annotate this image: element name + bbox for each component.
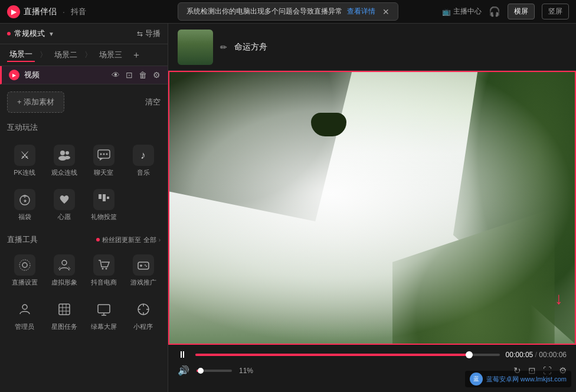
interaction-chat[interactable]: 聊天室	[86, 141, 121, 181]
volume-icon[interactable]: 🔊	[178, 365, 189, 376]
notification-link[interactable]: 查看详情	[347, 6, 375, 17]
volume-pct: 11%	[239, 367, 253, 375]
guide-icon: ⇆	[137, 30, 143, 38]
scene-item-3[interactable]: 场景三	[97, 48, 125, 61]
interaction-title: 互动玩法	[7, 120, 161, 135]
top-bar-right: 📺 主播中心 🎧 横屏 竖屏	[442, 4, 569, 19]
svg-point-21	[22, 305, 27, 309]
volume-thumb[interactable]	[198, 368, 204, 374]
progress-filled	[195, 354, 469, 356]
video-scene	[169, 72, 575, 344]
fans-all-btn[interactable]: 全部	[143, 236, 156, 244]
manager-greenscreen[interactable]: 绿幕大屏	[86, 295, 121, 335]
interaction-audience[interactable]: 观众连线	[47, 141, 81, 181]
top-bar: ▶ 直播伴侣 · 抖音 系统检测出你的电脑出现多个问题会导致直播异常 查看详情 …	[0, 0, 576, 24]
live-tools-title: 直播工具	[7, 234, 38, 245]
headphone-icon[interactable]: 🎧	[489, 6, 500, 17]
interaction-pk[interactable]: ⚔ PK连线	[7, 141, 42, 181]
notification-text: 系统检测出你的电脑出现多个问题会导致直播异常	[186, 6, 342, 17]
svg-point-7	[106, 153, 107, 155]
tool-virtual-avatar[interactable]: 虚拟形象	[47, 251, 81, 290]
music-label: 音乐	[137, 168, 150, 177]
pause-btn[interactable]: ⏸	[178, 349, 189, 360]
admin-icon	[14, 299, 35, 320]
wish-icon	[54, 189, 75, 210]
close-icon[interactable]: ✕	[382, 7, 390, 17]
sidebar: 常规模式 ▼ ⇆ 导播 场景一 〉 场景二 〉 场景三 ＋ ▶ 视频 👁 ⊡ 🗑	[0, 24, 168, 392]
thumbnail-image	[178, 30, 213, 65]
wish-label: 心愿	[58, 213, 71, 221]
manager-miniapp[interactable]: 小程序	[126, 295, 161, 335]
red-arrow-indicator: ↓	[555, 289, 563, 308]
svg-rect-11	[103, 194, 106, 201]
notification-bar: 系统检测出你的电脑出现多个问题会导致直播异常 查看详情 ✕	[178, 2, 398, 21]
broadcast-center-btn[interactable]: 📺 主播中心	[442, 6, 482, 17]
tool-ecommerce[interactable]: 抖音电商	[86, 251, 121, 290]
track-label: 视频	[24, 70, 107, 80]
manager-star-task[interactable]: 星图任务	[47, 295, 81, 335]
scene-item-2[interactable]: 场景二	[52, 48, 80, 61]
tool-game-promo[interactable]: 游戏推广	[126, 251, 161, 290]
track-eye-icon[interactable]: 👁	[112, 70, 120, 80]
fans-update: 粉丝团更新至 全部 ›	[96, 236, 161, 244]
interaction-gift-basket[interactable]: 礼物投篮	[86, 185, 121, 225]
vertical-btn[interactable]: 竖屏	[542, 4, 569, 19]
live-settings-icon	[14, 254, 35, 276]
fans-update-text: 粉丝团更新至	[102, 236, 141, 244]
add-scene-btn[interactable]: ＋	[132, 49, 141, 61]
volume-bar[interactable]	[197, 370, 232, 372]
edit-icon[interactable]: ✏	[220, 43, 227, 52]
star-task-icon	[54, 299, 75, 320]
greenscreen-icon	[93, 299, 114, 320]
broadcast-label: 主播中心	[453, 6, 482, 17]
pk-label: PK连线	[14, 168, 35, 177]
fans-dot	[96, 238, 100, 241]
main-layout: 常规模式 ▼ ⇆ 导播 场景一 〉 场景二 〉 场景三 ＋ ▶ 视频 👁 ⊡ 🗑	[0, 24, 576, 392]
dark-bird	[311, 113, 346, 136]
game-promo-label: 游戏推广	[130, 278, 156, 287]
watermark-text: 蓝莓安卓网 www.lmkjst.com	[486, 375, 567, 384]
svg-rect-18	[138, 262, 149, 269]
broadcast-icon: 📺	[442, 8, 451, 16]
virtual-avatar-label: 虚拟形象	[51, 278, 77, 287]
track-play-btn[interactable]: ▶	[9, 70, 19, 80]
track-icons: 👁 ⊡ 🗑 ⚙	[112, 70, 161, 80]
svg-point-17	[105, 268, 107, 270]
clear-btn[interactable]: 清空	[145, 97, 161, 107]
add-material-btn[interactable]: + 添加素材	[7, 92, 64, 113]
miniapp-label: 小程序	[133, 322, 153, 331]
lucky-bag-icon: ★	[14, 189, 35, 210]
time-display: 00:00:05 / 00:00:06	[506, 351, 567, 359]
svg-rect-12	[107, 197, 109, 199]
interaction-music[interactable]: ♪ 音乐	[126, 141, 161, 181]
video-thumbnail	[178, 30, 213, 65]
miniapp-icon	[133, 299, 154, 320]
snow-overlay	[169, 72, 575, 344]
interaction-grid: ⚔ PK连线 观众连线	[7, 141, 161, 225]
svg-point-3	[64, 156, 70, 159]
svg-text:★: ★	[22, 198, 27, 204]
interaction-lucky-bag[interactable]: ★ 福袋	[7, 185, 42, 225]
track-delete-icon[interactable]: 🗑	[139, 70, 147, 80]
audience-icon	[54, 145, 75, 166]
mode-selector[interactable]: 常规模式 ▼	[7, 28, 54, 39]
video-title: 命运方舟	[234, 42, 267, 53]
watermark-logo: 蓝	[470, 373, 483, 386]
svg-point-16	[102, 268, 103, 270]
progress-thumb[interactable]	[466, 351, 473, 358]
progress-bar[interactable]	[195, 354, 500, 356]
app-logo: ▶ 直播伴侣 · 抖音	[7, 5, 86, 18]
guide-btn[interactable]: ⇆ 导播	[137, 28, 161, 39]
tool-live-settings[interactable]: 直播设置	[7, 251, 42, 290]
svg-point-13	[22, 263, 27, 267]
svg-point-0	[60, 151, 65, 155]
manager-admin[interactable]: 管理员	[7, 295, 42, 335]
horizontal-btn[interactable]: 横屏	[508, 4, 535, 19]
chevron-right-icon: ›	[159, 237, 161, 243]
interaction-wish[interactable]: 心愿	[47, 185, 81, 225]
ecommerce-icon	[93, 254, 114, 276]
track-copy-icon[interactable]: ⊡	[126, 70, 133, 80]
scene-item-1[interactable]: 场景一	[7, 48, 35, 62]
admin-label: 管理员	[15, 322, 34, 331]
track-settings-icon[interactable]: ⚙	[153, 70, 161, 80]
